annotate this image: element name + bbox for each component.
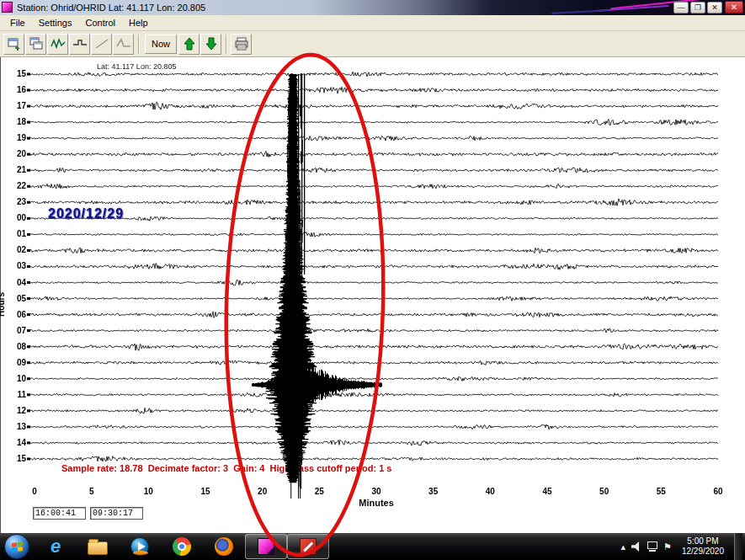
- flat-trace-icon: [72, 36, 88, 51]
- peak-trace-icon: [116, 36, 131, 51]
- system-tray: ▴ ⚑ 5:00 PM 12/29/2020: [621, 533, 745, 560]
- scale-up-button[interactable]: [178, 34, 200, 55]
- hour-label: 10: [4, 374, 26, 383]
- hour-label: 23: [4, 197, 26, 206]
- hour-label: 21: [4, 165, 26, 174]
- window-title: Station: Ohrid/OHRID Lat: 41.117 Lon: 20…: [17, 3, 205, 13]
- diagonal-trace-button[interactable]: [91, 34, 112, 55]
- hour-label: 02: [4, 245, 26, 254]
- action-center-flag-icon[interactable]: ⚑: [663, 541, 672, 552]
- event-time-field[interactable]: [90, 507, 143, 520]
- chevron-up-icon[interactable]: ▴: [621, 541, 626, 552]
- now-button[interactable]: Now: [145, 35, 177, 54]
- taskbar-internet-explorer[interactable]: e: [35, 533, 77, 560]
- minute-tick-label: 60: [706, 487, 730, 496]
- hour-label: 18: [4, 117, 26, 126]
- taskbar-file-explorer[interactable]: [77, 533, 119, 560]
- app-window: Station: Ohrid/OHRID Lat: 41.117 Lon: 20…: [0, 0, 745, 533]
- hour-label: 13: [4, 422, 26, 431]
- toolbar-separator: [226, 35, 227, 54]
- close-button[interactable]: ✕: [707, 2, 722, 13]
- outer-close-button[interactable]: ✕: [725, 1, 743, 13]
- windows-logo-icon: [12, 541, 23, 552]
- hour-label: 17: [4, 101, 26, 110]
- scale-down-button[interactable]: [200, 34, 221, 55]
- hour-label: 20: [4, 149, 26, 158]
- hour-label: 12: [4, 406, 26, 415]
- hour-label: 15: [4, 454, 26, 463]
- menu-bar: File Settings Control Help: [0, 15, 745, 31]
- capture-tool-icon: [300, 538, 317, 555]
- flat-trace-button[interactable]: [69, 34, 90, 55]
- seismograph-app-icon: [258, 538, 274, 555]
- menu-control[interactable]: Control: [78, 16, 121, 29]
- hour-label: 06: [4, 310, 26, 319]
- hour-label: 07: [4, 326, 26, 335]
- media-player-icon: [130, 537, 149, 556]
- volume-icon[interactable]: [631, 541, 641, 552]
- minute-tick-label: 35: [422, 487, 445, 496]
- hour-label: 04: [4, 278, 26, 287]
- minute-tick-label: 30: [365, 487, 388, 496]
- diagonal-trace-icon: [94, 36, 109, 51]
- title-bar: Station: Ohrid/OHRID Lat: 41.117 Lon: 20…: [0, 0, 745, 15]
- hour-label: 11: [4, 390, 26, 399]
- minute-tick-label: 0: [23, 487, 46, 496]
- hour-label: 14: [4, 438, 26, 447]
- minute-tick-label: 15: [194, 487, 217, 496]
- scale-down-icon: [204, 36, 219, 51]
- taskbar-seismograph-app[interactable]: [245, 534, 287, 559]
- print-icon: [234, 36, 249, 51]
- window-controls: — ❐ ✕: [673, 2, 722, 13]
- minutes-axis-label: Minutes: [349, 498, 404, 508]
- maximize-button[interactable]: ❐: [690, 2, 705, 13]
- menu-help[interactable]: Help: [122, 16, 155, 29]
- clock-date: 12/29/2020: [682, 547, 724, 557]
- minute-tick-label: 25: [307, 487, 331, 496]
- start-button[interactable]: [4, 534, 29, 559]
- waveform-icon: [51, 36, 66, 51]
- clock-time: 5:00 PM: [682, 536, 724, 547]
- app-icon: [2, 2, 13, 13]
- plot-coordinates-label: Lat: 41.117 Lon: 20.805: [97, 62, 176, 71]
- show-desktop-button[interactable]: [734, 533, 742, 560]
- print-button[interactable]: [231, 34, 252, 55]
- clock[interactable]: 5:00 PM 12/29/2020: [678, 536, 728, 557]
- start-time-field[interactable]: [33, 507, 86, 520]
- hour-label: 08: [4, 342, 26, 351]
- folder-icon: [88, 541, 108, 555]
- minute-tick-label: 20: [251, 487, 274, 496]
- new-view-icon: [7, 36, 22, 51]
- waveform-view-button[interactable]: [47, 34, 68, 55]
- desktop-streak: [551, 9, 610, 14]
- hour-label: 09: [4, 358, 26, 367]
- taskbar-capture-tool[interactable]: [287, 534, 329, 559]
- menu-settings[interactable]: Settings: [32, 16, 79, 29]
- minute-tick-label: 5: [80, 487, 104, 496]
- hour-label: 01: [4, 229, 26, 238]
- hour-label: 00: [4, 213, 26, 222]
- peak-trace-button[interactable]: [113, 34, 134, 55]
- desktop: Station: Ohrid/OHRID Lat: 41.117 Lon: 20…: [0, 0, 745, 560]
- taskbar-firefox[interactable]: [203, 533, 245, 560]
- chrome-icon: [173, 537, 191, 556]
- hour-label: 19: [4, 133, 26, 142]
- date-annotation: 2020/12/29: [48, 206, 124, 221]
- network-icon[interactable]: [647, 541, 657, 549]
- hour-label: 22: [4, 181, 26, 190]
- minute-tick-label: 45: [535, 487, 559, 496]
- taskbar-media-player[interactable]: [119, 533, 161, 560]
- taskbar-chrome[interactable]: [161, 533, 203, 560]
- minute-tick-label: 40: [478, 487, 502, 496]
- minute-tick-label: 55: [649, 487, 673, 496]
- seismogram-canvas[interactable]: [1, 67, 745, 499]
- toolbar: Now: [0, 31, 745, 57]
- duplicate-view-button[interactable]: [25, 34, 46, 55]
- menu-file[interactable]: File: [3, 16, 32, 29]
- hour-label: 16: [4, 85, 26, 94]
- hour-label: 15: [4, 69, 26, 78]
- minimize-button[interactable]: —: [673, 2, 689, 13]
- new-view-button[interactable]: [3, 34, 24, 55]
- minute-tick-label: 10: [136, 487, 160, 496]
- toolbar-separator: [138, 35, 140, 54]
